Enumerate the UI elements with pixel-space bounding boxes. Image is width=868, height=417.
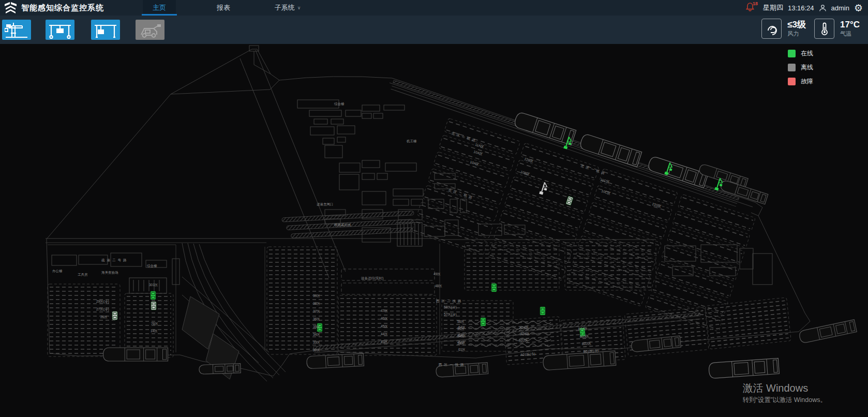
map-label: 61区 [458,348,466,351]
ship [103,348,168,361]
map-label: 56区 [457,320,465,323]
wind-label: 风力 [787,30,806,38]
map-label: 44区 [381,332,388,336]
wind-value: ≤3级 [787,20,806,30]
map-label: B02区 [582,341,592,346]
quay-crane-filter-button[interactable] [2,20,31,40]
rtg-marker-online[interactable] [540,307,545,315]
map-label: A01区(冷) [520,352,535,357]
map-label: 34区 [313,333,320,336]
map-label: A04区 [519,325,529,330]
map-label: 57区(冷) [444,312,457,317]
map-label: 设备运行(实时) [361,276,383,280]
legend-online: 在线 [788,49,813,58]
online-swatch [788,50,796,57]
tab-reports[interactable]: 报表 [207,0,240,16]
ship [199,364,241,375]
map-label: A03区 [520,332,530,336]
rtg-marker-online[interactable] [481,318,486,326]
map-label: 疏港二号路 [101,258,129,262]
map-label: 海关查验场 [101,271,118,275]
tab-home[interactable]: 主页 [143,0,176,16]
settings-gear-button[interactable]: ⚙ [854,3,863,13]
port-map-canvas[interactable]: 综合楼机工楼进港主闸口铁路装卸线疏港二号路办公楼工具房海关查验场综合楼301区2… [0,44,868,417]
quay-crane-marker-offline[interactable] [539,182,548,196]
map-label: 33区 [313,340,320,344]
top-bar: 智能感知综合监控系统 主页 报表 子系统∨ 18 星期四 13:16:24 ad… [0,0,868,16]
rmg-crane-icon [94,21,117,39]
offline-swatch [788,64,796,71]
rtg-marker-offline[interactable] [566,196,573,205]
map-label: 综合楼 [147,264,157,268]
map-label: 38区 [313,302,320,305]
ship [709,358,780,378]
quay-crane-icon [5,22,28,38]
rtg-marker-online[interactable] [151,291,156,300]
rtg-crane-icon [48,21,72,39]
username[interactable]: admin [831,4,849,12]
user-icon [819,4,827,12]
map-label: 工具房 [78,273,88,276]
map-label: 37区 [313,309,320,313]
port-map[interactable]: 综合楼机工楼进港主闸口铁路装卸线疏港二号路办公楼工具房海关查验场综合楼301区2… [0,44,868,417]
ship [306,353,364,369]
map-label: 62区 [458,340,466,344]
forklift-filter-button[interactable] [136,20,164,40]
temperature-tile: 17°C 气温 [814,19,860,39]
map-label: B03区 [580,334,590,338]
ship [647,156,708,188]
weekday-label: 星期四 [763,3,783,12]
map-label: 14区 [151,329,158,333]
map-label: B04区 [578,326,588,331]
thermometer-icon [814,19,834,39]
legend-fault: 故障 [788,77,813,86]
weather-panel: ≤3级 风力 17°C 气温 [761,19,860,39]
forklift-icon [138,21,162,39]
map-label: 36区 [313,317,320,321]
map-label: 13A区 [470,160,480,166]
map-label: 26区 [100,315,108,319]
rtg-marker-offline[interactable] [112,311,117,320]
map-label: 西区一线路 [438,363,466,367]
map-label: 进港主闸口 [317,202,334,206]
map-label: 机工楼 [407,139,417,143]
map-label: 办公楼 [52,269,63,273]
map-label: 58区(冷) [444,305,457,309]
map-label: 35区 [313,325,320,329]
equipment-toolbar: ≤3级 风力 17°C 气温 [0,16,868,44]
app-logo-icon [4,2,17,14]
rmg-crane-filter-button[interactable] [91,20,120,40]
map-label: 西区二线路 [436,299,463,303]
tab-subsystems[interactable]: 子系统∨ [271,0,304,16]
legend-offline: 离线 [788,63,813,72]
map-label: 45区 [381,324,388,328]
map-label: 47区 [381,309,388,312]
map-label: 64区 [458,325,466,329]
map-label: 综合楼 [334,102,345,106]
ship [513,112,576,145]
map-label: 10C区 [601,189,611,196]
brand: 智能感知综合监控系统 [0,2,104,14]
map-label: 32区 [313,348,320,352]
rtg-marker-offline[interactable] [151,302,156,310]
map-label: 48区 [435,284,442,288]
map-label: A02区 [519,338,529,342]
clock: 13:16:24 [788,4,814,12]
ship [799,320,857,344]
wind-tile: ≤3级 风力 [761,19,806,39]
alarm-bell-button[interactable]: 18 [746,2,758,13]
map-label: 27区(冷) [96,307,109,311]
temperature-value: 17°C [840,20,860,30]
ship [631,336,681,352]
rtg-crane-filter-button[interactable] [46,20,74,40]
status-legend: 在线 离线 故障 [788,49,813,86]
map-label: 43区 [381,340,388,344]
chevron-down-icon: ∨ [297,5,301,10]
map-label: 46区 [381,317,388,320]
app-title: 智能感知综合监控系统 [21,3,104,13]
map-label: 76区 [151,322,158,325]
main-tabs: 主页 报表 子系统∨ [143,0,335,16]
rtg-marker-online[interactable] [491,284,497,292]
map-label: 29区(冷) [96,300,109,304]
map-label: 49区 [433,272,441,276]
